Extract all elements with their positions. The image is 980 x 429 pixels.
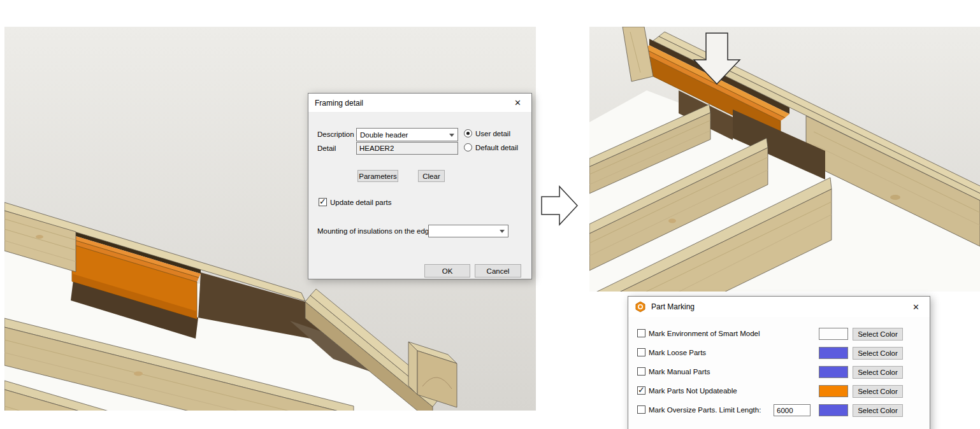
user-detail-radio[interactable]: User detail xyxy=(464,129,510,137)
part-marking-dialog: Part Marking ✕ Mark Environment of Smart… xyxy=(628,296,930,429)
default-detail-label: Default detail xyxy=(475,144,518,151)
mark-environment-checkbox[interactable]: Mark Environment of Smart Model xyxy=(637,329,760,337)
chevron-down-icon xyxy=(500,230,505,236)
close-icon[interactable]: ✕ xyxy=(909,302,923,312)
parameters-button[interactable]: Parameters xyxy=(357,170,398,182)
checkbox-indicator[interactable] xyxy=(319,198,327,206)
model-view-after[interactable] xyxy=(589,27,980,292)
radio-indicator[interactable] xyxy=(464,143,472,151)
color-swatch xyxy=(819,404,848,416)
flow-arrow-icon xyxy=(540,185,579,226)
close-icon[interactable]: ✕ xyxy=(510,98,525,108)
update-detail-parts-checkbox[interactable]: Update detail parts xyxy=(319,198,392,206)
chevron-down-icon xyxy=(449,134,454,139)
screenshot-root: Framing detail ✕ Description Double head… xyxy=(0,0,980,429)
cancel-button[interactable]: Cancel xyxy=(475,264,521,278)
color-swatch xyxy=(819,385,848,397)
checkbox-label: Mark Oversize Parts. Limit Length: xyxy=(649,406,761,414)
description-combobox[interactable]: Double header xyxy=(356,128,458,141)
checkbox-label: Mark Manual Parts xyxy=(649,368,710,376)
select-color-button[interactable]: Select Color xyxy=(853,366,903,379)
mounting-combobox[interactable] xyxy=(428,225,508,237)
mark-loose-parts-checkbox[interactable]: Mark Loose Parts xyxy=(637,348,706,356)
mark-oversize-parts-checkbox[interactable]: Mark Oversize Parts. Limit Length: xyxy=(637,405,761,414)
description-label: Description xyxy=(317,130,354,138)
default-detail-radio[interactable]: Default detail xyxy=(464,143,518,151)
framing-dialog-title: Framing detail xyxy=(315,99,510,108)
checkbox-indicator[interactable] xyxy=(637,348,645,356)
mark-parts-not-updateable-checkbox[interactable]: Mark Parts Not Updateable xyxy=(637,386,737,395)
checkbox-indicator[interactable] xyxy=(637,367,645,376)
description-value: Double header xyxy=(360,131,408,139)
checkbox-indicator[interactable] xyxy=(637,386,645,395)
color-swatch xyxy=(819,347,848,359)
detail-label: Detail xyxy=(317,144,336,152)
select-color-button[interactable]: Select Color xyxy=(853,385,903,398)
part-marking-title: Part Marking xyxy=(651,302,909,311)
mounting-label: Mounting of insulations on the edge xyxy=(317,227,433,235)
framing-detail-dialog: Framing detail ✕ Description Double head… xyxy=(308,93,532,279)
select-color-button[interactable]: Select Color xyxy=(853,347,903,360)
color-swatch xyxy=(819,328,848,340)
part-marking-app-icon xyxy=(635,301,646,313)
radio-indicator[interactable] xyxy=(464,129,472,137)
color-swatch xyxy=(819,366,848,378)
update-detail-parts-label: Update detail parts xyxy=(330,199,392,206)
select-color-button[interactable]: Select Color xyxy=(853,328,903,341)
checkbox-label: Mark Parts Not Updateable xyxy=(649,387,737,395)
select-color-button[interactable]: Select Color xyxy=(853,404,903,417)
part-marking-titlebar[interactable]: Part Marking ✕ xyxy=(628,297,930,317)
mark-manual-parts-checkbox[interactable]: Mark Manual Parts xyxy=(637,367,710,376)
user-detail-label: User detail xyxy=(475,130,510,137)
checkbox-label: Mark Loose Parts xyxy=(649,349,706,356)
checkbox-indicator[interactable] xyxy=(637,329,645,337)
checkbox-label: Mark Environment of Smart Model xyxy=(649,330,760,337)
limit-length-input[interactable] xyxy=(774,404,811,416)
checkbox-indicator[interactable] xyxy=(637,405,645,414)
clear-button[interactable]: Clear xyxy=(418,170,445,182)
wood-frame-after-graphic xyxy=(589,27,980,292)
ok-button[interactable]: OK xyxy=(424,264,470,278)
framing-dialog-titlebar[interactable]: Framing detail ✕ xyxy=(308,94,531,113)
detail-input[interactable] xyxy=(356,142,458,155)
